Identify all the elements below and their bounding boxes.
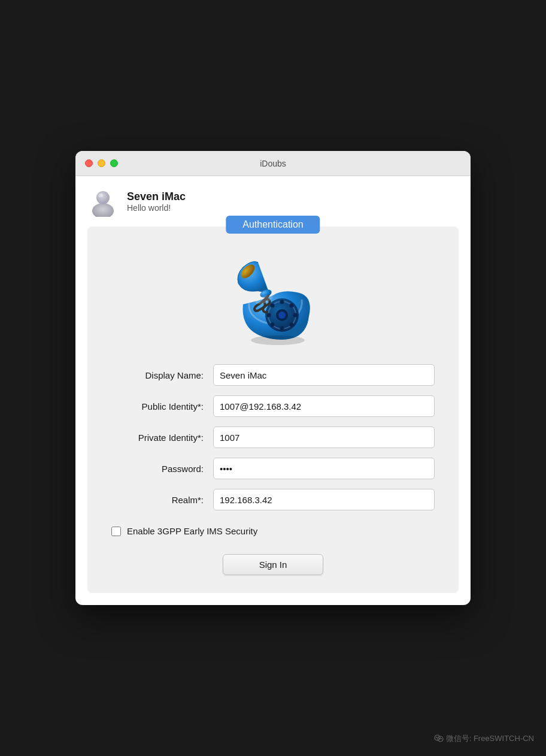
password-label: Password: — [111, 464, 213, 474]
sign-in-area: Sign In — [87, 536, 459, 575]
display-name-row: Display Name: — [111, 364, 435, 386]
minimize-button[interactable] — [98, 159, 105, 167]
svg-point-6 — [290, 304, 294, 308]
svg-point-8 — [290, 323, 294, 327]
private-identity-label: Private Identity*: — [111, 433, 213, 443]
svg-point-0 — [92, 203, 114, 217]
realm-row: Realm*: — [111, 489, 435, 510]
realm-input[interactable] — [213, 489, 435, 510]
svg-point-9 — [280, 326, 284, 331]
svg-point-22 — [438, 737, 439, 738]
svg-point-14 — [278, 312, 286, 319]
private-identity-row: Private Identity*: — [111, 427, 435, 448]
checkbox-row: Enable 3GPP Early IMS Security — [87, 520, 459, 536]
phone-icon-area — [87, 226, 459, 358]
auth-container: Authentication — [87, 226, 459, 593]
ims-security-label: Enable 3GPP Early IMS Security — [127, 526, 257, 536]
watermark-text: 微信号: FreeSWITCH-CN — [446, 733, 534, 744]
profile-name: Seven iMac — [127, 190, 186, 203]
title-bar: iDoubs — [75, 151, 471, 176]
password-input[interactable] — [213, 458, 435, 479]
traffic-lights — [85, 159, 118, 167]
svg-point-1 — [96, 191, 110, 204]
svg-point-24 — [441, 738, 442, 739]
svg-point-5 — [280, 300, 284, 304]
public-identity-row: Public Identity*: — [111, 395, 435, 417]
public-identity-label: Public Identity*: — [111, 401, 213, 412]
sign-in-button[interactable]: Sign In — [223, 554, 324, 575]
password-row: Password: — [111, 458, 435, 479]
app-window: iDoubs — [75, 151, 471, 605]
display-name-label: Display Name: — [111, 370, 213, 380]
svg-point-21 — [436, 737, 437, 738]
svg-point-18 — [251, 335, 305, 345]
profile-status: Hello world! — [127, 203, 186, 213]
wechat-icon — [434, 734, 444, 743]
realm-label: Realm*: — [111, 495, 213, 505]
svg-point-11 — [267, 313, 271, 317]
close-button[interactable] — [85, 159, 93, 167]
svg-point-10 — [271, 323, 275, 327]
ims-security-checkbox[interactable] — [111, 527, 121, 536]
svg-point-23 — [439, 738, 440, 739]
watermark: 微信号: FreeSWITCH-CN — [434, 733, 534, 744]
form-area: Display Name: Public Identity*: Private … — [87, 358, 459, 510]
private-identity-input[interactable] — [213, 427, 435, 448]
maximize-button[interactable] — [110, 159, 118, 167]
display-name-input[interactable] — [213, 364, 435, 386]
auth-tab[interactable]: Authentication — [226, 216, 320, 234]
svg-point-19 — [435, 735, 440, 740]
public-identity-input[interactable] — [213, 395, 435, 417]
svg-point-12 — [271, 304, 275, 308]
svg-point-7 — [293, 313, 298, 317]
window-title: iDoubs — [260, 159, 286, 168]
phone-icon — [225, 250, 321, 346]
profile-info: Seven iMac Hello world! — [127, 190, 186, 213]
avatar — [87, 186, 119, 217]
